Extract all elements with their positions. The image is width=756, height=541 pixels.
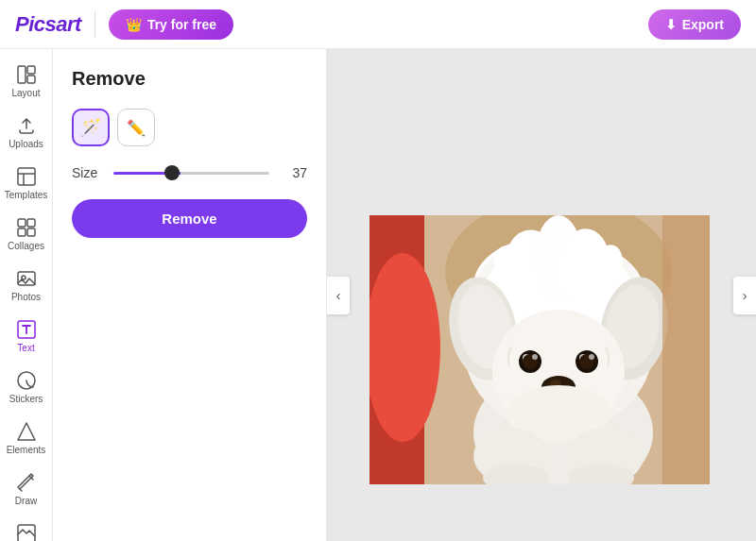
sidebar-item-label: Layout [11, 88, 40, 98]
collages-icon [16, 217, 37, 238]
sidebar-item-label: Templates [5, 190, 48, 200]
text-icon [16, 319, 37, 340]
dog-photo [369, 215, 710, 484]
svg-point-43 [589, 354, 594, 360]
tool-panel: Remove 🪄 ✏️ Size 37 Remove [53, 49, 327, 541]
sidebar-item-label: Uploads [9, 139, 43, 149]
sidebar-item-label: Draw [15, 496, 37, 506]
svg-marker-11 [18, 423, 35, 440]
svg-rect-6 [18, 228, 26, 236]
sidebar-item-text[interactable]: Text [3, 312, 50, 359]
size-value: 37 [281, 165, 307, 180]
sidebar-item-label: Collages [8, 241, 44, 251]
background-icon [16, 523, 37, 541]
brush-icon: 🪄 [80, 117, 101, 138]
svg-rect-2 [27, 76, 35, 83]
crown-icon: 👑 [126, 17, 142, 32]
chevron-right-icon: › [743, 288, 747, 303]
svg-point-42 [532, 354, 538, 360]
sidebar-item-collages[interactable]: Collages [3, 210, 50, 257]
stickers-icon [16, 370, 37, 391]
size-slider[interactable] [113, 172, 269, 175]
uploads-icon [16, 115, 37, 136]
svg-point-9 [22, 276, 26, 279]
svg-rect-1 [27, 66, 35, 74]
download-icon: ⬇ [665, 17, 677, 32]
try-free-button[interactable]: 👑 Try for free [109, 9, 233, 40]
draw-icon [16, 472, 37, 493]
canvas-left-arrow[interactable]: ‹ [327, 277, 350, 314]
svg-rect-7 [27, 228, 35, 236]
svg-rect-3 [18, 168, 35, 185]
canvas-area: ‹ [327, 49, 756, 541]
sidebar-item-label: Stickers [9, 394, 43, 404]
svg-rect-4 [18, 219, 26, 227]
canvas-right-arrow[interactable]: › [733, 277, 756, 314]
templates-icon [16, 166, 37, 187]
svg-rect-0 [18, 66, 26, 83]
sidebar-item-layout[interactable]: Layout [3, 57, 50, 104]
brush-tool-button[interactable]: 🪄 [72, 109, 110, 146]
sidebar-item-draw[interactable]: Draw [3, 465, 50, 512]
size-control: Size 37 [72, 165, 307, 180]
remove-button[interactable]: Remove [72, 199, 307, 238]
svg-rect-5 [27, 219, 35, 227]
sidebar-item-photos[interactable]: Photos [3, 261, 50, 308]
dog-svg [369, 215, 710, 484]
sidebar-item-stickers[interactable]: Stickers [3, 363, 50, 410]
svg-rect-51 [662, 215, 710, 484]
photos-icon [16, 268, 37, 289]
export-button[interactable]: ⬇ Export [648, 9, 741, 40]
sidebar: Layout Uploads Templates [0, 49, 53, 541]
main-area: Layout Uploads Templates [0, 49, 756, 541]
chevron-left-icon: ‹ [336, 288, 341, 303]
panel-title: Remove [72, 68, 307, 90]
canvas-image [369, 215, 714, 489]
sidebar-item-templates[interactable]: Templates [3, 159, 50, 206]
sidebar-item-background[interactable]: Background [3, 516, 50, 541]
elements-icon [16, 421, 37, 442]
sidebar-item-label: Elements [7, 445, 46, 455]
erase-icon: ✏️ [127, 119, 146, 137]
layout-icon [16, 64, 37, 85]
tool-options: 🪄 ✏️ [72, 109, 307, 146]
sidebar-item-uploads[interactable]: Uploads [3, 108, 50, 155]
sidebar-item-label: Text [17, 343, 34, 353]
header-divider [94, 11, 95, 38]
size-label: Size [72, 165, 102, 180]
erase-tool-button[interactable]: ✏️ [117, 109, 155, 146]
logo: Picsart [15, 12, 81, 37]
sidebar-item-elements[interactable]: Elements [3, 414, 50, 461]
header: Picsart 👑 Try for free ⬇ Export [0, 0, 756, 49]
sidebar-item-label: Photos [11, 292, 41, 302]
